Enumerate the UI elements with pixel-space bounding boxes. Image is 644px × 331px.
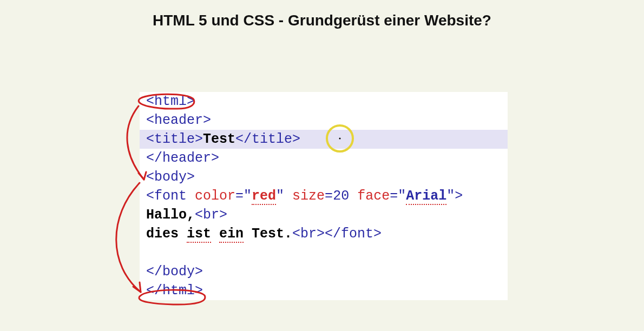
attr-color: color: [187, 188, 235, 204]
code-line-11: </html>: [140, 281, 508, 300]
text-ist: ist: [187, 226, 211, 243]
title-close-tag: </title>: [235, 131, 300, 147]
font-open: <font: [146, 188, 187, 204]
val-arial: Arial: [406, 188, 446, 205]
body-close-tag: </body>: [146, 264, 203, 280]
code-line-10: </body>: [140, 262, 508, 281]
code-line-2: <header>: [140, 111, 508, 130]
val-size: 20: [333, 188, 349, 204]
text-test: Test.: [252, 226, 292, 242]
code-line-5: <body>: [140, 168, 508, 187]
font-close-tag: </font>: [325, 226, 382, 242]
code-line-4: </header>: [140, 149, 508, 168]
code-line-8: dies ist ein Test.<br></font>: [140, 224, 508, 243]
code-line-9-blank: [140, 243, 508, 262]
header-open-tag: <header>: [146, 112, 211, 128]
br-tag-2: <br>: [292, 226, 325, 242]
html-close-tag: </html>: [146, 283, 203, 299]
title-text: Test: [203, 131, 235, 147]
body-open-tag: <body>: [146, 169, 195, 185]
attr-size: size: [284, 188, 325, 204]
code-editor: <html> <header> <title>Test</title> </he…: [140, 92, 508, 300]
code-line-3-highlighted: <title>Test</title>: [140, 130, 508, 149]
header-close-tag: </header>: [146, 150, 219, 166]
html-open-tag: <html>: [146, 94, 195, 109]
val-red: red: [252, 188, 276, 205]
attr-face: face: [349, 188, 390, 204]
code-line-7: Hallo,<br>: [140, 206, 508, 224]
title-open-tag: <title>: [146, 131, 203, 147]
text-hallo: Hallo,: [146, 207, 195, 223]
text-ein: ein: [219, 226, 244, 243]
code-line-6: <font color="red" size=20 face="Arial">: [140, 187, 508, 206]
code-line-1: <html>: [140, 92, 508, 111]
br-tag-1: <br>: [195, 207, 227, 223]
page-title: HTML 5 und CSS - Grundgerüst einer Websi…: [0, 0, 644, 29]
text-dies: dies: [146, 226, 187, 242]
arrow-annotation-to-html-close: [116, 183, 141, 292]
